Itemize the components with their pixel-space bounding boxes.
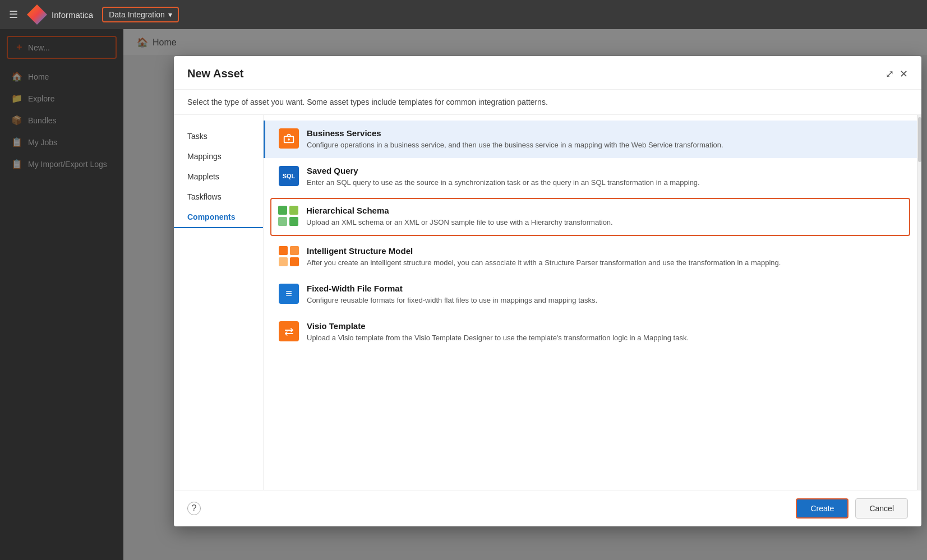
modal-expand-button[interactable]: ⤢ <box>886 68 894 80</box>
expand-icon: ⤢ <box>886 68 894 80</box>
intelligent-structure-icon <box>279 246 299 266</box>
chevron-down-icon: ▾ <box>168 10 172 19</box>
help-icon: ? <box>192 503 197 513</box>
svg-rect-8 <box>290 257 299 266</box>
svg-rect-3 <box>278 217 287 226</box>
visio-template-icon: ⇄ <box>279 321 299 341</box>
create-button[interactable]: Create <box>796 498 848 519</box>
intelligent-structure-name: Intelligent Structure Model <box>307 246 903 256</box>
business-services-text: Business Services Configure operations i… <box>307 128 903 150</box>
visio-template-name: Visio Template <box>307 321 903 331</box>
service-dropdown[interactable]: Data Integration ▾ <box>102 7 179 22</box>
app-title: Informatica <box>52 10 93 20</box>
svg-rect-2 <box>289 206 298 215</box>
nav-item-tasks[interactable]: Tasks <box>174 126 263 146</box>
business-services-icon <box>279 128 299 149</box>
new-asset-modal: New Asset ⤢ ✕ Select the type of asset y… <box>174 56 921 526</box>
nav-item-mapplets[interactable]: Mapplets <box>174 166 263 187</box>
nav-item-taskflows[interactable]: Taskflows <box>174 187 263 207</box>
svg-rect-1 <box>278 206 287 215</box>
svg-rect-7 <box>279 257 288 266</box>
modal-header: New Asset ⤢ ✕ <box>174 56 921 90</box>
business-services-desc: Configure operations in a business servi… <box>307 140 903 150</box>
scrollbar-thumb <box>918 117 921 162</box>
asset-item-fixed-width-file-format[interactable]: ≡ Fixed-Width File Format Configure reus… <box>264 276 917 313</box>
svg-point-0 <box>288 138 290 141</box>
hierarchical-schema-desc: Upload an XML schema or an XML or JSON s… <box>306 217 902 228</box>
modal-footer: ? Create Cancel <box>174 490 921 526</box>
asset-item-saved-query[interactable]: SQL Saved Query Enter an SQL query to us… <box>264 158 917 196</box>
logo: Informatica <box>27 4 93 25</box>
hierarchical-schema-icon <box>278 206 298 226</box>
hierarchical-schema-text: Hierarchical Schema Upload an XML schema… <box>306 206 902 228</box>
modal-close-button[interactable]: ✕ <box>900 68 908 80</box>
saved-query-name: Saved Query <box>307 166 903 175</box>
intelligent-structure-desc: After you create an intelligent structur… <box>307 258 903 268</box>
fixed-width-text: Fixed-Width File Format Configure reusab… <box>307 284 903 306</box>
asset-item-business-services[interactable]: Business Services Configure operations i… <box>264 121 917 158</box>
topbar: ☰ Informatica Data Integration ▾ <box>0 0 927 29</box>
svg-rect-4 <box>289 217 298 226</box>
asset-item-intelligent-structure-model[interactable]: Intelligent Structure Model After you cr… <box>264 238 917 276</box>
close-icon: ✕ <box>900 68 908 80</box>
hamburger-icon[interactable]: ☰ <box>9 8 18 21</box>
asset-list: Business Services Configure operations i… <box>264 115 917 490</box>
saved-query-icon: SQL <box>279 166 299 186</box>
visio-template-text: Visio Template Upload a Visio template f… <box>307 321 903 343</box>
svg-rect-5 <box>279 246 288 255</box>
fixed-width-name: Fixed-Width File Format <box>307 284 903 293</box>
visio-template-desc: Upload a Visio template from the Visio T… <box>307 333 903 343</box>
service-dropdown-label: Data Integration <box>109 10 165 19</box>
logo-diamond <box>27 4 47 25</box>
footer-actions: Create Cancel <box>796 498 908 519</box>
saved-query-desc: Enter an SQL query to use as the source … <box>307 178 903 188</box>
modal-scrollbar[interactable] <box>917 115 921 490</box>
asset-item-visio-template[interactable]: ⇄ Visio Template Upload a Visio template… <box>264 313 917 351</box>
modal-body: Tasks Mappings Mapplets Taskflows Compon… <box>174 115 921 490</box>
cancel-button[interactable]: Cancel <box>855 498 908 519</box>
asset-item-hierarchical-schema[interactable]: Hierarchical Schema Upload an XML schema… <box>270 198 910 235</box>
fixed-width-desc: Configure reusable formats for fixed-wid… <box>307 295 903 306</box>
saved-query-text: Saved Query Enter an SQL query to use as… <box>307 166 903 188</box>
modal-header-actions: ⤢ ✕ <box>886 68 908 80</box>
business-services-name: Business Services <box>307 128 903 138</box>
help-button[interactable]: ? <box>187 502 201 515</box>
svg-rect-6 <box>290 246 299 255</box>
hierarchical-schema-name: Hierarchical Schema <box>306 206 902 215</box>
modal-nav: Tasks Mappings Mapplets Taskflows Compon… <box>174 115 264 490</box>
nav-item-mappings[interactable]: Mappings <box>174 146 263 166</box>
intelligent-structure-text: Intelligent Structure Model After you cr… <box>307 246 903 268</box>
modal-subtitle: Select the type of asset you want. Some … <box>174 90 921 115</box>
modal-title: New Asset <box>187 67 243 80</box>
fixed-width-icon: ≡ <box>279 284 299 304</box>
nav-item-components[interactable]: Components <box>174 207 263 228</box>
